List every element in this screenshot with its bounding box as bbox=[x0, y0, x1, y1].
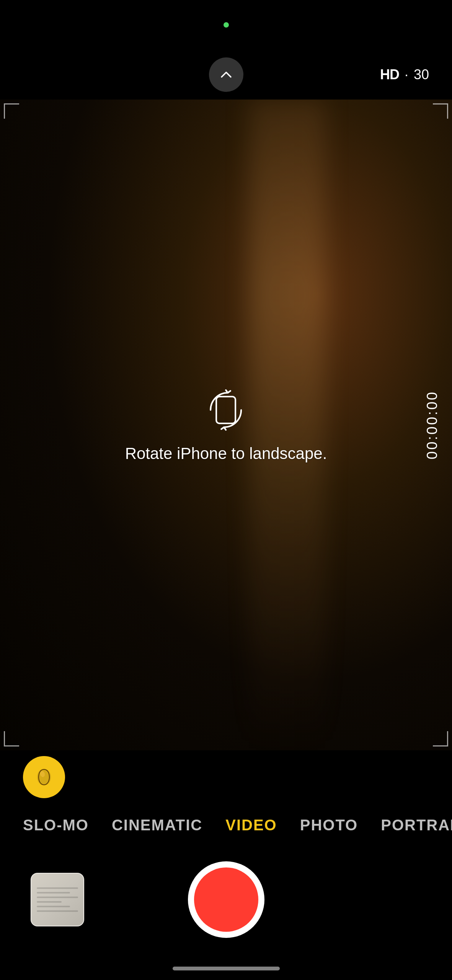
flip-camera-button[interactable] bbox=[368, 873, 421, 926]
mode-portrait[interactable]: PORTRAIT bbox=[369, 817, 452, 834]
rotate-prompt: Rotate iPhone to landscape. bbox=[125, 387, 327, 463]
flash-button[interactable] bbox=[23, 756, 65, 798]
last-photo-thumbnail[interactable] bbox=[31, 873, 84, 926]
top-bar: HD · 30 bbox=[0, 50, 452, 100]
viewfinder: Rotate iPhone to landscape. 00:00:00 bbox=[0, 100, 452, 750]
thumb-line-5 bbox=[37, 906, 70, 907]
thumbnail-preview bbox=[31, 874, 83, 926]
corner-bracket-bl bbox=[4, 731, 19, 746]
mode-photo[interactable]: PHOTO bbox=[289, 817, 370, 834]
thumb-line-6 bbox=[37, 910, 78, 912]
rotate-icon bbox=[203, 387, 249, 433]
fps-label: 30 bbox=[414, 67, 429, 83]
home-indicator bbox=[0, 953, 452, 980]
thumb-line-2 bbox=[37, 892, 70, 893]
home-bar bbox=[173, 967, 280, 970]
thumbnail-content bbox=[37, 879, 78, 921]
rotate-prompt-text: Rotate iPhone to landscape. bbox=[125, 444, 327, 463]
mode-cinematic[interactable]: CINEMATIC bbox=[100, 817, 214, 834]
separator: · bbox=[405, 67, 408, 83]
thumb-line-1 bbox=[37, 887, 78, 889]
record-button[interactable] bbox=[188, 861, 264, 938]
collapse-button[interactable] bbox=[209, 57, 243, 92]
resolution-badge: HD · 30 bbox=[380, 67, 429, 83]
mode-selector: SLO-MO CINEMATIC VIDEO PHOTO PORTRAIT bbox=[0, 804, 452, 846]
record-button-inner bbox=[194, 867, 258, 932]
svg-point-1 bbox=[37, 769, 51, 786]
corner-bracket-br bbox=[433, 731, 448, 746]
thumb-line-3 bbox=[37, 897, 78, 898]
corner-bracket-tr bbox=[433, 103, 448, 119]
status-bar bbox=[0, 0, 452, 50]
bottom-controls bbox=[0, 846, 452, 953]
mode-video[interactable]: VIDEO bbox=[214, 817, 288, 834]
mode-slo-mo[interactable]: SLO-MO bbox=[11, 817, 100, 834]
status-dot bbox=[224, 22, 229, 28]
resolution-label: HD bbox=[380, 67, 399, 83]
svg-rect-0 bbox=[217, 397, 236, 423]
corner-bracket-tl bbox=[4, 103, 19, 119]
thumb-line-4 bbox=[37, 901, 62, 903]
recording-timer: 00:00:00 bbox=[424, 390, 441, 459]
settings-strip bbox=[0, 750, 452, 804]
